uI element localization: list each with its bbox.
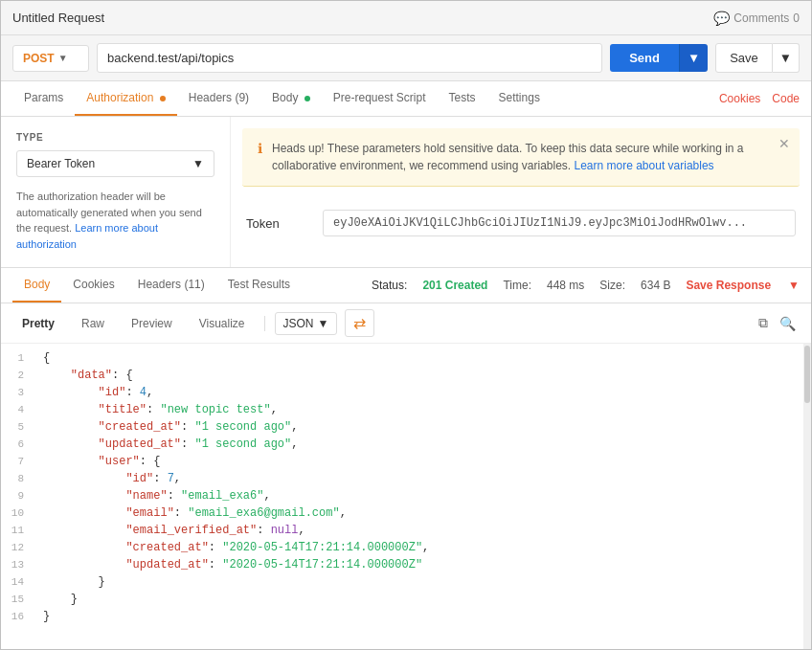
tab-tests[interactable]: Tests xyxy=(438,81,487,116)
code-line-5: 5 "created_at": "1 second ago", xyxy=(1,420,811,437)
code-line-7: 7 "user": { xyxy=(1,455,811,472)
format-value: JSON xyxy=(283,317,314,330)
time-value: 448 ms xyxy=(547,279,584,292)
code-line-8: 8 "id": 7, xyxy=(1,472,811,489)
save-response-arrow-icon[interactable]: ▼ xyxy=(788,279,800,292)
type-value: Bearer Token xyxy=(27,157,95,170)
tab-params[interactable]: Params xyxy=(12,81,75,116)
code-line-2: 2 "data": { xyxy=(1,369,811,386)
send-button[interactable]: Send xyxy=(610,44,679,72)
time-label: Time: xyxy=(503,279,531,292)
code-line-14: 14 } xyxy=(1,575,811,593)
code-line-15: 15 } xyxy=(1,593,811,610)
tab-pre-request[interactable]: Pre-request Script xyxy=(322,81,438,116)
view-pretty-button[interactable]: Pretty xyxy=(12,313,64,334)
code-line-10: 10 "email": "email_exa6@gmail.com", xyxy=(1,506,811,524)
save-response-button[interactable]: Save Response xyxy=(686,279,771,292)
comments-count: 0 xyxy=(793,11,800,25)
auth-left-panel: TYPE Bearer Token ▼ The authorization he… xyxy=(1,117,231,267)
code-line-6: 6 "updated_at": "1 second ago", xyxy=(1,437,811,455)
tab-settings[interactable]: Settings xyxy=(487,81,552,116)
window-title: Untitled Request xyxy=(12,11,104,25)
response-area: Body Cookies Headers (11) Test Results S… xyxy=(1,268,811,649)
type-arrow-icon: ▼ xyxy=(192,157,204,170)
comments-icon: 💬 xyxy=(713,11,730,26)
view-raw-button[interactable]: Raw xyxy=(72,313,114,334)
type-select[interactable]: Bearer Token ▼ xyxy=(16,150,214,177)
save-dropdown-button[interactable]: ▼ xyxy=(773,43,800,73)
code-line-16: 16 } xyxy=(1,610,811,627)
search-button[interactable]: 🔍 xyxy=(776,311,800,335)
method-arrow-icon: ▼ xyxy=(58,53,68,63)
code-line-13: 13 "updated_at": "2020-05-14T17:21:14.00… xyxy=(1,558,811,575)
method-value: POST xyxy=(23,52,55,65)
copy-button[interactable]: ⧉ xyxy=(755,311,772,335)
resp-tab-cookies[interactable]: Cookies xyxy=(61,268,125,303)
format-arrow-icon: ▼ xyxy=(318,317,329,330)
alert-banner: ℹ Heads up! These parameters hold sensit… xyxy=(242,128,800,187)
request-tabs: Params Authorization Headers (9) Body Pr… xyxy=(1,81,811,117)
size-value: 634 B xyxy=(641,279,670,292)
code-line-3: 3 "id": 4, xyxy=(1,386,811,403)
view-visualize-button[interactable]: Visualize xyxy=(190,313,255,334)
wrap-icon: ⇄ xyxy=(353,315,366,331)
tab-authorization[interactable]: Authorization xyxy=(75,81,176,116)
view-preview-button[interactable]: Preview xyxy=(122,313,182,334)
code-line-12: 12 "created_at": "2020-05-14T17:21:14.00… xyxy=(1,541,811,558)
comments-label: Comments xyxy=(733,11,789,25)
tab-body[interactable]: Body xyxy=(260,81,322,116)
auth-right-panel: ℹ Heads up! These parameters hold sensit… xyxy=(231,117,811,267)
alert-text: Heads up! These parameters hold sensitiv… xyxy=(272,140,784,174)
wrap-button[interactable]: ⇄ xyxy=(345,309,374,337)
auth-description: The authorization header will be automat… xyxy=(16,189,214,252)
tab-headers[interactable]: Headers (9) xyxy=(177,81,260,116)
cookies-link[interactable]: Cookies xyxy=(719,92,760,105)
body-dot xyxy=(304,96,310,101)
token-row: Token xyxy=(231,198,811,248)
code-line-11: 11 "email_verified_at": null, xyxy=(1,524,811,541)
alert-icon: ℹ xyxy=(258,141,262,156)
url-input[interactable] xyxy=(97,43,602,73)
save-button[interactable]: Save xyxy=(715,43,773,73)
status-value: 201 Created xyxy=(422,279,487,292)
resp-tab-test-results[interactable]: Test Results xyxy=(216,268,302,303)
toolbar-divider xyxy=(264,316,265,331)
authorization-dot xyxy=(160,96,166,101)
code-line-4: 4 "title": "new topic test", xyxy=(1,403,811,420)
code-link[interactable]: Code xyxy=(772,92,800,105)
resp-tab-headers[interactable]: Headers (11) xyxy=(126,268,216,303)
format-selector[interactable]: JSON ▼ xyxy=(275,312,338,335)
code-line-1: 1 { xyxy=(1,351,811,369)
response-toolbar: Pretty Raw Preview Visualize JSON ▼ ⇄ ⧉ … xyxy=(1,303,811,344)
size-label: Size: xyxy=(599,279,625,292)
auth-section: TYPE Bearer Token ▼ The authorization he… xyxy=(1,117,811,268)
scrollbar[interactable] xyxy=(803,344,811,649)
token-label: Token xyxy=(246,216,323,231)
resp-tab-body[interactable]: Body xyxy=(12,268,61,303)
code-line-9: 9 "name": "email_exa6", xyxy=(1,489,811,506)
response-tabs: Body Cookies Headers (11) Test Results S… xyxy=(1,268,811,303)
method-selector[interactable]: POST ▼ xyxy=(12,45,89,72)
code-output: 1 { 2 "data": { 3 "id": 4, 4 "title": "n… xyxy=(1,344,811,649)
alert-close-button[interactable]: ✕ xyxy=(778,136,790,151)
scrollbar-thumb[interactable] xyxy=(804,346,810,403)
type-label: TYPE xyxy=(16,132,214,143)
alert-learn-more-link[interactable]: Learn more about variables xyxy=(575,159,714,172)
token-input[interactable] xyxy=(323,210,796,236)
status-label: Status: xyxy=(372,279,407,292)
send-dropdown-button[interactable]: ▼ xyxy=(679,44,708,72)
